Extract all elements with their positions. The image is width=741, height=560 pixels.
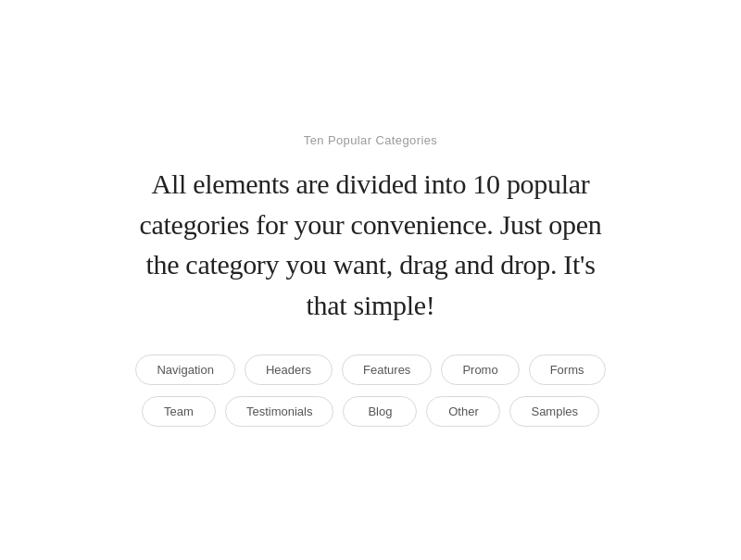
- main-content: Ten Popular Categories All elements are …: [130, 133, 611, 427]
- category-features[interactable]: Features: [342, 355, 432, 385]
- category-forms[interactable]: Forms: [529, 355, 606, 385]
- section-headline: All elements are divided into 10 popular…: [130, 164, 611, 325]
- category-promo[interactable]: Promo: [441, 355, 519, 385]
- category-blog[interactable]: Blog: [343, 396, 417, 427]
- category-headers[interactable]: Headers: [245, 355, 333, 385]
- category-team[interactable]: Team: [142, 396, 216, 427]
- categories-grid: NavigationHeadersFeaturesPromoForms Team…: [130, 355, 611, 427]
- categories-row-2: TeamTestimonialsBlogOtherSamples: [142, 396, 599, 427]
- category-navigation[interactable]: Navigation: [135, 355, 234, 385]
- section-label: Ten Popular Categories: [130, 133, 611, 147]
- category-other[interactable]: Other: [426, 396, 500, 427]
- category-testimonials[interactable]: Testimonials: [225, 396, 334, 427]
- category-samples[interactable]: Samples: [509, 396, 599, 427]
- categories-row-1: NavigationHeadersFeaturesPromoForms: [135, 355, 605, 385]
